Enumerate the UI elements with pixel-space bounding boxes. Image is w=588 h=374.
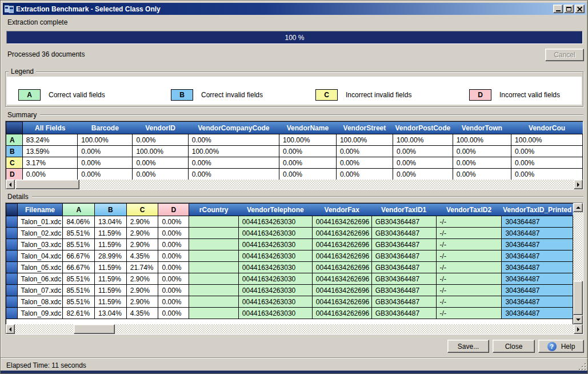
summary-row[interactable]: B13.59%0.00%100.00%100.00%0.00%0.00%0.00… [6,146,583,157]
details-cell: 82.61% [63,308,95,319]
details-cell: 00441634263030 [238,296,312,308]
details-vscroll-track[interactable] [573,212,583,315]
summary-column-header: VendorPostCode [393,122,453,134]
row-selector[interactable] [6,239,18,250]
summary-row-key: A [6,134,23,146]
details-row[interactable]: Talon_09.xdc82.61%13.04%4.35%0.00%004416… [6,308,573,319]
details-hscroll-track[interactable] [15,324,574,334]
help-button[interactable]: ? Help [538,340,584,353]
details-cell: GB304364487 [371,285,436,296]
details-scroll-down-button[interactable] [573,315,583,324]
details-cell: 00441634263030 [238,216,312,228]
legend-a-swatch: A [18,89,41,101]
maximize-button[interactable] [564,5,574,13]
summary-cell: 0.00% [511,146,583,157]
row-selector[interactable] [6,250,18,262]
details-scroll-left-button[interactable] [6,324,15,334]
details-column-header: C [126,204,158,216]
details-cell: 304364487 [502,216,573,228]
details-cell: 13.04% [95,216,127,228]
details-row[interactable]: Talon_01.xdc84.06%13.04%2.90%0.00%004416… [6,216,573,228]
summary-title: Summary [7,111,40,119]
details-cell: 11.59% [95,273,127,285]
details-scroll-right-button[interactable] [574,324,583,334]
summary-column-header: VendorCou [511,122,583,134]
details-cell: 304364487 [502,285,573,296]
summary-cell: 3.17% [22,157,77,169]
details-cell: 85.51% [63,296,95,308]
summary-cell: 100.00% [336,134,393,146]
cancel-button: Cancel [545,49,584,61]
details-row[interactable]: Talon_04.xdc66.67%28.99%4.35%0.00%004416… [6,250,573,262]
row-selector[interactable] [6,308,18,319]
details-cell: 2.90% [126,228,158,239]
details-cell: 2.90% [126,273,158,285]
details-row[interactable]: Talon_07.xdc85.51%11.59%2.90%0.00%004416… [6,285,573,296]
summary-scroll-left-button[interactable] [6,180,15,189]
row-selector[interactable] [6,296,18,308]
details-scroll-up-button[interactable] [573,203,583,212]
details-cell: Talon_04.xdc [17,250,63,262]
summary-cell: 0.00% [188,134,279,146]
details-section-header: Details [7,193,583,201]
resize-grip[interactable] [579,363,586,371]
details-hscroll-thumb[interactable] [74,324,115,334]
summary-cell: 0.00% [78,157,133,169]
titlebar[interactable]: Extraction Benchmark - Selected Class On… [3,3,586,15]
arrow-down-icon [576,319,581,323]
details-row[interactable]: Talon_02.xdc85.51%11.59%2.90%0.00%004416… [6,228,573,239]
maximize-icon [566,7,571,11]
summary-row[interactable]: A83.24%100.00%0.00%0.00%100.00%100.00%10… [6,134,583,146]
details-cell: 85.51% [63,273,95,285]
details-row[interactable]: Talon_05.xdc66.67%11.59%21.74%0.00%00441… [6,262,573,273]
row-selector[interactable] [6,228,18,239]
summary-cell: 0.00% [133,169,188,180]
summary-row[interactable]: D0.00%0.00%0.00%0.00%0.00%0.00%0.00%0.00… [6,169,583,180]
arrow-right-icon [577,182,582,187]
details-cell: 11.59% [95,262,127,273]
details-table-viewport: FilenameABCDrCountryVendorTelephoneVendo… [6,203,573,324]
details-divider [32,196,583,197]
legend-item-c: C Incorrect invalid fields [315,89,411,101]
row-selector[interactable] [6,285,18,296]
details-cell: 00441634263030 [238,273,312,285]
minimize-button[interactable] [553,5,563,13]
details-hscrollbar[interactable] [6,324,583,334]
details-vscrollbar[interactable] [573,203,583,324]
summary-cell: 100.00% [279,134,336,146]
row-selector[interactable] [6,273,18,285]
details-cell [189,285,239,296]
details-cell: 66.67% [63,250,95,262]
details-vscroll-thumb[interactable] [573,281,583,315]
close-icon [577,6,582,11]
row-selector[interactable] [6,262,18,273]
details-row[interactable]: Talon_08.xdc85.51%11.59%2.90%0.00%004416… [6,296,573,308]
row-selector[interactable] [6,216,18,228]
details-cell [189,262,239,273]
summary-scroll-track[interactable] [15,180,574,189]
details-cell: Talon_02.xdc [17,228,63,239]
save-button[interactable]: Save... [447,340,489,353]
legend-item-b: B Correct invalid fields [171,89,263,101]
details-cell: 2.90% [126,239,158,250]
summary-scroll-right-button[interactable] [574,180,583,189]
details-row[interactable]: Talon_03.xdc85.51%11.59%2.90%0.00%004416… [6,239,573,250]
close-button[interactable] [575,5,585,13]
details-cell: 0.00% [158,285,189,296]
progress-percent-label: 100 % [285,34,304,42]
summary-cell: 0.00% [511,169,583,180]
summary-hscrollbar[interactable] [6,180,583,189]
summary-row[interactable]: C3.17%0.00%0.00%0.00%0.00%0.00%0.00%0.00… [6,157,583,169]
details-cell: -/- [436,262,502,273]
summary-scroll-thumb[interactable] [15,180,79,189]
details-row[interactable]: Talon_06.xdc85.51%11.59%2.90%0.00%004416… [6,273,573,285]
details-cell: 304364487 [502,296,573,308]
summary-cell: 0.00% [22,169,77,180]
details-cell: 4.35% [126,250,158,262]
details-cell: Talon_07.xdc [17,285,63,296]
details-cell: GB304364487 [371,273,436,285]
details-cell: 00441634262696 [312,262,371,273]
details-cell: 11.59% [95,285,127,296]
close-dialog-button[interactable]: Close [493,340,535,353]
summary-cell: 0.00% [453,157,511,169]
